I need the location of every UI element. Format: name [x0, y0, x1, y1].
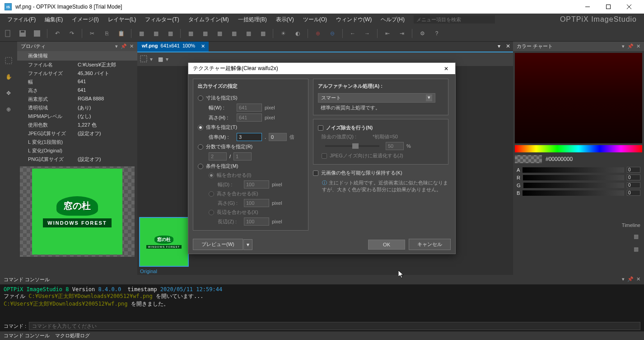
- layer-tool-icon[interactable]: ▦: [158, 56, 163, 62]
- close-panel-icon[interactable]: ✕: [130, 43, 134, 49]
- settings-icon[interactable]: ⚙: [417, 28, 428, 39]
- nav-fwd-icon[interactable]: →: [362, 28, 373, 39]
- channel-slider-a[interactable]: [523, 167, 624, 173]
- noise-removal-checkbox[interactable]: [318, 125, 323, 131]
- fraction-den-input[interactable]: [233, 152, 252, 161]
- preview-button[interactable]: プレビュー(W): [193, 239, 243, 250]
- channel-slider-r[interactable]: [523, 175, 624, 180]
- menu-batch[interactable]: 一括処理(B): [233, 14, 271, 25]
- jpeg-noise-checkbox[interactable]: [322, 153, 327, 159]
- menu-edit[interactable]: 編集(E): [40, 14, 67, 25]
- channel-input-r[interactable]: [627, 175, 640, 180]
- width-input[interactable]: [237, 104, 262, 112]
- dropdown-icon[interactable]: ▾: [622, 43, 625, 49]
- marquee-tool-icon[interactable]: [3, 55, 14, 66]
- save-as-icon[interactable]: [32, 28, 42, 39]
- target-tool-icon[interactable]: ⊕: [3, 104, 14, 115]
- menu-search-input[interactable]: [414, 15, 495, 24]
- tool-icon[interactable]: ▦: [257, 28, 268, 39]
- close-button[interactable]: [619, 0, 639, 14]
- scale-int-input[interactable]: [237, 133, 262, 141]
- zoom-in-icon[interactable]: ⊕: [313, 28, 323, 39]
- scale-dec-input[interactable]: [269, 133, 287, 141]
- tool-icon[interactable]: ▦: [229, 28, 239, 39]
- alpha-mode-select[interactable]: スマート▾: [318, 93, 435, 103]
- brightness-icon[interactable]: ☀: [278, 28, 289, 39]
- dialog-close-icon[interactable]: ✕: [442, 66, 451, 72]
- noise-strength-slider[interactable]: [325, 145, 379, 147]
- paste-icon[interactable]: 📋: [116, 28, 126, 39]
- fit-width-input[interactable]: [244, 180, 269, 189]
- dropdown-icon[interactable]: ▾: [622, 276, 625, 283]
- hand-tool-icon[interactable]: ✋: [3, 71, 14, 82]
- preview-dropdown-icon[interactable]: ▾: [243, 239, 252, 250]
- save-icon[interactable]: [17, 28, 28, 39]
- pin-icon[interactable]: 📌: [627, 43, 634, 49]
- timeline-icon[interactable]: ▦: [518, 246, 639, 252]
- channel-slider-g[interactable]: [523, 183, 624, 188]
- menu-timeline[interactable]: タイムライン(M): [184, 14, 233, 25]
- menu-image[interactable]: イメージ(I): [67, 14, 103, 25]
- radio-fit-long[interactable]: [209, 210, 214, 215]
- undo-icon[interactable]: ↶: [52, 28, 63, 39]
- tool-icon[interactable]: ▦: [165, 28, 176, 39]
- nav-back-icon[interactable]: ←: [347, 28, 358, 39]
- channel-input-b[interactable]: [627, 190, 640, 196]
- height-input[interactable]: [237, 113, 262, 122]
- radio-dimensions[interactable]: [198, 95, 203, 101]
- channel-input-a[interactable]: [627, 167, 640, 173]
- move-tool-icon[interactable]: ✥: [3, 88, 14, 99]
- cut-icon[interactable]: ✂: [87, 28, 98, 39]
- radio-condition[interactable]: [198, 164, 203, 169]
- zoom-out-icon[interactable]: ⊖: [327, 28, 338, 39]
- menu-view[interactable]: 表示(V): [271, 14, 299, 25]
- redo-icon[interactable]: ↷: [66, 28, 77, 39]
- color-swatch[interactable]: [515, 155, 542, 163]
- radio-scale[interactable]: [198, 125, 203, 130]
- maximize-button[interactable]: [598, 0, 619, 14]
- preserve-colors-checkbox[interactable]: [313, 170, 318, 176]
- console-tab-macro[interactable]: マクロ処理ログ: [55, 332, 90, 339]
- nav-first-icon[interactable]: ⇤: [382, 28, 393, 39]
- selection-tool-icon[interactable]: [140, 55, 147, 64]
- menu-layer[interactable]: レイヤー(L): [103, 14, 141, 25]
- tab-close-icon[interactable]: ✕: [201, 43, 205, 49]
- tab-menu-icon[interactable]: ▾: [495, 42, 503, 52]
- menu-file[interactable]: ファイル(F): [3, 14, 40, 25]
- tool-icon[interactable]: ▦: [214, 28, 225, 39]
- tool-icon[interactable]: ▦: [243, 28, 254, 39]
- fit-height-input[interactable]: [244, 199, 269, 207]
- close-panel-icon[interactable]: ✕: [636, 276, 640, 283]
- new-icon[interactable]: [3, 28, 14, 39]
- timeline-icon[interactable]: ▦: [518, 233, 639, 240]
- fit-long-input[interactable]: [244, 217, 269, 226]
- tool-icon[interactable]: ▦: [136, 28, 147, 39]
- pin-icon[interactable]: 📌: [121, 43, 127, 49]
- hue-slider[interactable]: [515, 145, 642, 152]
- menu-window[interactable]: ウィンドウ(W): [331, 14, 376, 25]
- help-icon[interactable]: ?: [431, 28, 442, 39]
- nav-last-icon[interactable]: ⇥: [397, 28, 407, 39]
- fraction-num-input[interactable]: [209, 152, 227, 161]
- channel-input-g[interactable]: [627, 182, 640, 188]
- tab-close-all-icon[interactable]: ✕: [503, 42, 513, 52]
- pin-icon[interactable]: 📌: [627, 276, 634, 283]
- minimize-button[interactable]: [577, 0, 598, 14]
- channel-slider-b[interactable]: [523, 190, 624, 196]
- dropdown-icon[interactable]: ▾: [115, 43, 118, 49]
- console-tab-commands[interactable]: コマンド コンソール: [4, 332, 50, 339]
- radio-fit-height[interactable]: [209, 191, 214, 197]
- radio-fit-width[interactable]: [209, 173, 214, 178]
- ok-button[interactable]: OK: [368, 240, 405, 250]
- document-tab[interactable]: wf.png 641x641 100% ✕: [137, 42, 209, 52]
- radio-fraction[interactable]: [198, 144, 203, 150]
- menu-filter[interactable]: フィルター(T): [140, 14, 183, 25]
- tool-icon[interactable]: ▦: [150, 28, 161, 39]
- color-gradient[interactable]: [515, 53, 642, 143]
- original-thumbnail[interactable]: 窓の杜 WINDOWS FOREST: [139, 217, 189, 267]
- contrast-icon[interactable]: ◐: [292, 28, 303, 39]
- copy-icon[interactable]: ⎘: [101, 28, 112, 39]
- menu-tools[interactable]: ツール(O): [299, 14, 331, 25]
- tool-icon[interactable]: ▦: [185, 28, 196, 39]
- close-panel-icon[interactable]: ✕: [636, 43, 640, 49]
